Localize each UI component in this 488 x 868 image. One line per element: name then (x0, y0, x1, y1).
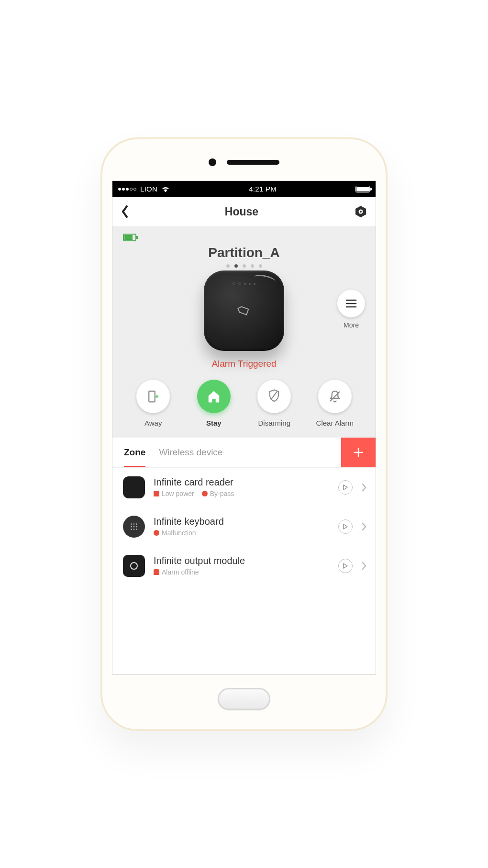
clear-alarm-button[interactable] (318, 380, 352, 413)
zone-name: Infinite output module (154, 555, 330, 566)
device-image (204, 271, 284, 351)
nav-bar: House (112, 197, 376, 227)
chevron-right-icon[interactable] (361, 522, 367, 531)
back-button[interactable] (121, 205, 129, 218)
alarm-status-text: Alarm Triggered (123, 359, 365, 369)
carrier-label: LION (140, 185, 157, 193)
status-tag: Low power (154, 490, 194, 497)
phone-hardware-top (209, 158, 279, 166)
battery-status-icon (355, 186, 370, 192)
low-power-icon (154, 491, 159, 496)
settings-button[interactable] (355, 205, 367, 218)
zone-list: Infinite card reader Low power By-pass (112, 468, 376, 674)
stay-label: Stay (184, 419, 244, 427)
zone-name: Infinite card reader (154, 477, 330, 488)
status-tag: By-pass (202, 490, 234, 497)
disarming-label: Disarming (244, 419, 305, 427)
clock: 4:21 PM (249, 185, 277, 193)
home-icon (207, 389, 221, 404)
svg-point-4 (131, 523, 132, 525)
disarming-button[interactable] (257, 380, 291, 413)
plus-icon (352, 446, 365, 459)
phone-frame: LION 4:21 PM House Partition_A (100, 137, 388, 731)
play-button[interactable] (338, 519, 353, 534)
away-label: Away (123, 419, 184, 427)
zone-row[interactable]: Infinite output module Alarm offline (112, 546, 376, 586)
clear-alarm-label: Clear Alarm (305, 419, 366, 427)
svg-point-10 (131, 529, 132, 530)
action-away: Away (123, 380, 184, 427)
zone-name: Infinite keyboard (154, 516, 330, 527)
home-button[interactable] (218, 688, 270, 710)
status-bar: LION 4:21 PM (112, 181, 376, 197)
svg-point-7 (131, 526, 132, 527)
play-icon (343, 563, 348, 569)
svg-point-13 (131, 563, 137, 569)
zone-row[interactable]: Infinite card reader Low power By-pass (112, 468, 376, 507)
tab-zone[interactable]: Zone (124, 438, 145, 467)
wifi-icon (161, 186, 170, 192)
chevron-right-icon[interactable] (361, 562, 367, 570)
device-thumbnail-icon (123, 555, 145, 577)
svg-point-2 (360, 211, 362, 213)
action-clear-alarm: Clear Alarm (305, 380, 366, 427)
shield-off-icon (267, 389, 281, 404)
keypad-icon (129, 521, 139, 532)
zone-row[interactable]: Infinite keyboard Malfunction (112, 507, 376, 546)
chevron-right-icon[interactable] (361, 483, 367, 492)
partition-name: Partition_A (123, 245, 365, 260)
tab-row: Zone Wireless device (112, 438, 376, 468)
device-thumbnail-icon (123, 476, 145, 498)
pager-dots[interactable] (123, 264, 365, 268)
bell-off-icon (328, 389, 342, 404)
svg-point-9 (136, 526, 137, 527)
speaker-slot (227, 160, 279, 165)
away-button[interactable] (136, 380, 170, 413)
camera-dot (209, 158, 216, 166)
device-thumbnail-icon (123, 516, 145, 538)
screen: LION 4:21 PM House Partition_A (112, 180, 376, 675)
svg-point-8 (133, 526, 135, 527)
more-label: More (337, 321, 365, 329)
more-button[interactable] (337, 290, 365, 317)
add-button[interactable] (341, 438, 376, 467)
output-module-icon (128, 560, 140, 572)
status-tag: Alarm offline (154, 568, 199, 576)
tab-wireless-device[interactable]: Wireless device (159, 438, 222, 467)
door-exit-icon (146, 389, 160, 404)
play-icon (343, 524, 348, 530)
status-tag: Malfunction (154, 529, 196, 537)
svg-point-5 (133, 523, 135, 525)
svg-rect-3 (149, 391, 155, 402)
action-disarming: Disarming (244, 380, 305, 427)
alarm-offline-icon (154, 569, 159, 575)
signal-strength-icon (118, 188, 136, 191)
malfunction-icon (154, 530, 159, 536)
arming-actions: Away Stay Disarming (123, 380, 365, 427)
action-stay: Stay (184, 380, 244, 427)
device-battery-icon (123, 234, 136, 241)
play-button[interactable] (338, 480, 353, 495)
svg-point-6 (136, 523, 137, 525)
menu-icon (345, 299, 357, 308)
svg-point-11 (133, 529, 135, 530)
tag-icon (236, 302, 253, 319)
play-icon (343, 485, 348, 490)
play-button[interactable] (338, 559, 353, 573)
partition-hero: Partition_A More Ala (112, 227, 376, 438)
page-title: House (225, 205, 258, 218)
svg-point-12 (136, 529, 137, 530)
bypass-icon (202, 491, 208, 496)
stay-button[interactable] (197, 380, 231, 413)
